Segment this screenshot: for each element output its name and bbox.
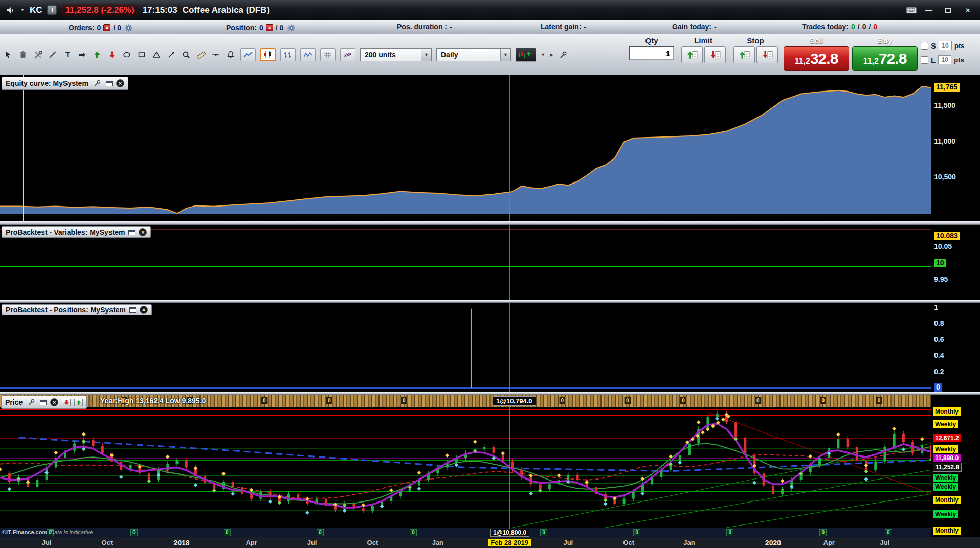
limit-sell-order-button[interactable] bbox=[704, 46, 726, 63]
time-axis[interactable]: JulOct2018AprJulOctJanFeb 28 2019JulOctJ… bbox=[0, 537, 980, 548]
axis-tick-label: 10 bbox=[934, 259, 946, 267]
chart-style-bar-button[interactable] bbox=[280, 48, 296, 61]
axis-tick-label: 0 bbox=[934, 383, 942, 392]
compare-icon bbox=[344, 51, 352, 58]
maximize-button[interactable] bbox=[941, 5, 955, 16]
chart-options-caret-button[interactable]: ▼ bbox=[541, 52, 545, 57]
limit-checkbox[interactable] bbox=[921, 56, 928, 64]
price-level-badge: Weekly bbox=[933, 474, 958, 482]
order-count-tag: 0 bbox=[261, 397, 268, 404]
gain-today-status: Gain today: - bbox=[672, 22, 717, 31]
price-buy-marker-icon[interactable] bbox=[74, 399, 83, 406]
close-button[interactable]: × bbox=[961, 5, 975, 16]
limit-pts-value[interactable]: 10 bbox=[938, 55, 951, 64]
text-tool-button[interactable]: T bbox=[62, 50, 73, 60]
stop-header: Stop bbox=[747, 35, 764, 46]
positions-axis[interactable]: 10.80.60.40.20 bbox=[931, 303, 980, 392]
ruler-tool-button[interactable] bbox=[196, 50, 206, 60]
close-position-icon[interactable]: × bbox=[266, 24, 273, 31]
buy-arrow-tool-button[interactable] bbox=[92, 50, 102, 60]
arrow-right-tool-button[interactable] bbox=[77, 50, 87, 60]
triangle-tool-button[interactable] bbox=[151, 50, 162, 60]
position-settings-gear-icon[interactable] bbox=[286, 22, 296, 33]
variables-window-icon[interactable] bbox=[128, 230, 135, 235]
pointer-tool-button[interactable] bbox=[3, 50, 13, 60]
sell-arrow-tool-button[interactable] bbox=[107, 50, 117, 60]
chart-style-line-button[interactable] bbox=[240, 48, 256, 61]
price-close-icon[interactable]: × bbox=[50, 398, 58, 406]
sound-alert-icon[interactable] bbox=[5, 5, 15, 15]
positions-chart[interactable] bbox=[0, 303, 931, 392]
chart-style-candlestick-button[interactable] bbox=[260, 48, 276, 61]
panel-separator[interactable] bbox=[0, 221, 980, 225]
trades-separator: / bbox=[858, 22, 860, 31]
variables-axis[interactable]: 10.08310.05109.95 bbox=[931, 225, 980, 300]
keyboard-icon[interactable] bbox=[906, 5, 917, 15]
price-level-badge: Weekly bbox=[933, 420, 958, 428]
position-status: Position: 0 × / 0 bbox=[226, 22, 296, 33]
chart-grid-button[interactable] bbox=[320, 48, 336, 61]
limit-buy-order-button[interactable] bbox=[681, 46, 703, 63]
price-window-icon[interactable] bbox=[40, 400, 47, 405]
order-count-tag: 0 bbox=[633, 529, 640, 536]
timeframe-dropdown[interactable]: Daily ▼ bbox=[436, 48, 511, 61]
equity-window-icon[interactable] bbox=[106, 81, 113, 86]
order-price-tag[interactable]: 1@10,794.0 bbox=[493, 396, 536, 406]
candlestick-chart-icon bbox=[263, 51, 273, 59]
limit-letter: L bbox=[931, 56, 936, 64]
stop-checkbox[interactable] bbox=[921, 42, 928, 50]
equity-settings-wrench-icon[interactable] bbox=[92, 78, 102, 88]
qty-input[interactable] bbox=[629, 46, 674, 60]
symbol-caret-down-icon[interactable]: ▼ bbox=[20, 8, 25, 12]
timeframe-caret-down-icon: ▼ bbox=[500, 49, 510, 61]
limit-header: Limit bbox=[694, 35, 712, 46]
alert-bell-button[interactable] bbox=[226, 50, 236, 60]
price-sell-marker-icon[interactable] bbox=[62, 399, 71, 406]
stop-sell-icon bbox=[762, 50, 773, 59]
info-icon[interactable]: i bbox=[47, 5, 57, 15]
units-dropdown[interactable]: 200 units ▼ bbox=[360, 48, 432, 61]
limit-column: Limit bbox=[679, 35, 727, 63]
equity-panel-header[interactable]: Equity curve: MySystem × bbox=[2, 77, 128, 90]
trendline-tool-button[interactable] bbox=[48, 50, 58, 60]
equity-price-axis[interactable]: 11,76511,50011,00010,500 bbox=[931, 75, 980, 221]
bottom-order-price-tag[interactable]: 1@10,800.0 bbox=[490, 529, 529, 537]
zoom-tool-button[interactable] bbox=[181, 50, 191, 60]
qty-column: Qty bbox=[628, 35, 675, 60]
cancel-orders-icon[interactable]: × bbox=[103, 24, 110, 31]
positions-window-icon[interactable] bbox=[129, 307, 136, 313]
extended-line-tool-button[interactable] bbox=[166, 50, 176, 60]
rectangle-tool-button[interactable] bbox=[137, 50, 147, 60]
variables-close-icon[interactable]: × bbox=[139, 228, 147, 236]
buy-button[interactable]: 11,272.8 bbox=[852, 46, 918, 71]
units-value: 200 units bbox=[365, 51, 396, 59]
stop-sell-order-button[interactable] bbox=[756, 46, 778, 63]
price-panel-header[interactable]: Price × bbox=[1, 396, 87, 409]
ellipse-tool-button[interactable] bbox=[122, 50, 132, 60]
positions-close-icon[interactable]: × bbox=[140, 306, 148, 314]
stop-pts-value[interactable]: 10 bbox=[939, 41, 952, 50]
positions-panel-header[interactable]: ProBacktest - Positions: MySystem × bbox=[2, 304, 152, 315]
price-axis[interactable]: MonthlyWeekly12,671.2Weekly11,898.011,25… bbox=[931, 395, 980, 537]
expand-panel-button[interactable]: ▶ bbox=[550, 52, 553, 57]
equity-close-icon[interactable]: × bbox=[116, 79, 124, 87]
price-chart[interactable] bbox=[0, 407, 931, 528]
equity-curve-chart[interactable] bbox=[0, 75, 931, 221]
variables-panel-header[interactable]: ProBacktest - Variables: MySystem × bbox=[2, 226, 151, 238]
delete-drawings-button[interactable] bbox=[18, 50, 28, 60]
drawing-tools-button[interactable] bbox=[33, 50, 43, 60]
add-chart-button[interactable]: + bbox=[516, 48, 536, 62]
sell-button[interactable]: 11,232.8 bbox=[784, 46, 849, 71]
stop-buy-order-button[interactable] bbox=[733, 46, 755, 63]
horizontal-line-tool-button[interactable] bbox=[211, 50, 221, 60]
minimize-button[interactable]: — bbox=[922, 5, 936, 16]
chart-compare-button[interactable] bbox=[340, 48, 355, 61]
chart-style-indicator-button[interactable] bbox=[300, 48, 316, 61]
pos-duration-label: Pos. duration : bbox=[397, 22, 447, 31]
price-settings-wrench-icon[interactable] bbox=[26, 397, 36, 407]
settings-wrench-button[interactable] bbox=[558, 50, 568, 60]
time-axis-label: Jul bbox=[880, 539, 890, 546]
copyright-note: ©IT-Finance.com Data is indicative bbox=[2, 529, 93, 535]
pos-duration-value: - bbox=[450, 22, 452, 31]
orders-settings-gear-icon[interactable] bbox=[124, 22, 134, 33]
